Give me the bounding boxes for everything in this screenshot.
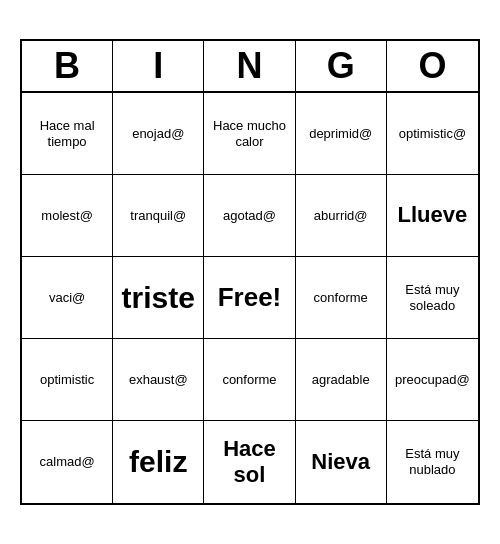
bingo-cell-r1-c2: agotad@: [204, 175, 295, 257]
bingo-cell-r2-c4: Está muy soleado: [387, 257, 478, 339]
bingo-cell-r3-c4: preocupad@: [387, 339, 478, 421]
bingo-cell-r3-c0: optimistic: [22, 339, 113, 421]
bingo-cell-r2-c1: triste: [113, 257, 204, 339]
bingo-cell-r1-c3: aburrid@: [296, 175, 387, 257]
bingo-cell-r3-c1: exhaust@: [113, 339, 204, 421]
bingo-cell-r4-c3: Nieva: [296, 421, 387, 503]
bingo-cell-r0-c0: Hace mal tiempo: [22, 93, 113, 175]
header-letter: B: [22, 41, 113, 91]
bingo-cell-r4-c0: calmad@: [22, 421, 113, 503]
bingo-cell-r3-c3: agradable: [296, 339, 387, 421]
bingo-cell-r3-c2: conforme: [204, 339, 295, 421]
bingo-cell-r2-c2: Free!: [204, 257, 295, 339]
bingo-cell-r1-c4: Llueve: [387, 175, 478, 257]
bingo-cell-r1-c1: tranquil@: [113, 175, 204, 257]
bingo-cell-r2-c3: conforme: [296, 257, 387, 339]
bingo-cell-r4-c1: feliz: [113, 421, 204, 503]
header-letter: I: [113, 41, 204, 91]
bingo-cell-r4-c4: Está muy nublado: [387, 421, 478, 503]
bingo-cell-r0-c1: enojad@: [113, 93, 204, 175]
bingo-cell-r2-c0: vaci@: [22, 257, 113, 339]
bingo-cell-r0-c4: optimistic@: [387, 93, 478, 175]
bingo-grid: Hace mal tiempoenojad@Hace mucho calorde…: [22, 93, 478, 503]
bingo-cell-r0-c2: Hace mucho calor: [204, 93, 295, 175]
bingo-card: BINGO Hace mal tiempoenojad@Hace mucho c…: [20, 39, 480, 505]
bingo-cell-r4-c2: Hace sol: [204, 421, 295, 503]
header-letter: O: [387, 41, 478, 91]
bingo-cell-r1-c0: molest@: [22, 175, 113, 257]
header-letter: N: [204, 41, 295, 91]
bingo-header: BINGO: [22, 41, 478, 93]
header-letter: G: [296, 41, 387, 91]
bingo-cell-r0-c3: deprimid@: [296, 93, 387, 175]
